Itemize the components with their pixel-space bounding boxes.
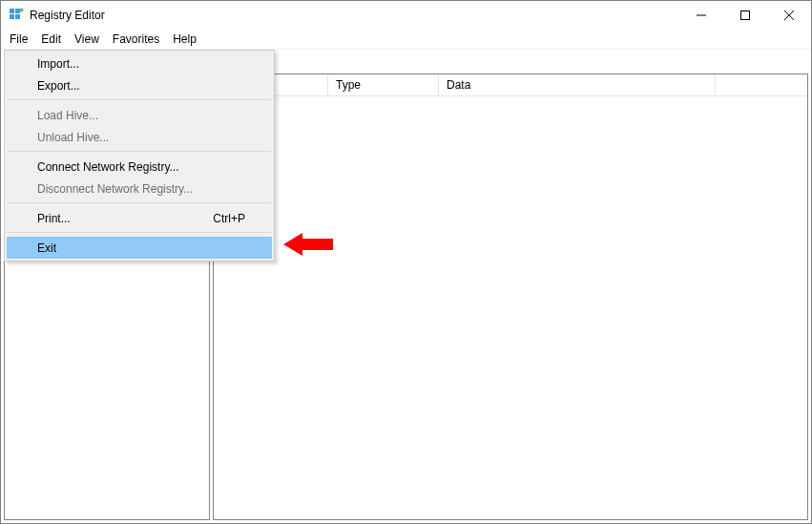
file-menu-connect-network-registry[interactable]: Connect Network Registry... — [7, 156, 272, 178]
svg-rect-3 — [15, 14, 20, 19]
file-menu-exit[interactable]: Exit — [7, 237, 272, 259]
file-menu-export[interactable]: Export... — [7, 74, 272, 96]
menu-item-label: Connect Network Registry... — [37, 160, 179, 174]
svg-rect-0 — [10, 9, 14, 13]
menubar: File Edit View Favorites Help — [1, 30, 811, 49]
menu-separator — [8, 202, 271, 203]
svg-line-8 — [784, 10, 794, 20]
column-header-type[interactable]: Type — [328, 74, 439, 95]
svg-rect-1 — [15, 9, 20, 13]
menu-help[interactable]: Help — [166, 31, 203, 47]
registry-list-pane[interactable]: Name Type Data — [213, 73, 808, 520]
menu-item-label: Export... — [37, 79, 80, 93]
menu-view[interactable]: View — [68, 31, 106, 47]
minimize-button[interactable] — [679, 1, 723, 30]
file-menu-load-hive: Load Hive... — [7, 104, 272, 126]
window-title: Registry Editor — [30, 9, 679, 22]
svg-point-4 — [20, 9, 24, 12]
menu-separator — [8, 99, 271, 100]
menu-item-label: Disconnect Network Registry... — [37, 182, 193, 196]
menu-item-label: Import... — [37, 57, 79, 71]
list-column-headers: Name Type Data — [214, 74, 807, 96]
file-menu-unload-hive: Unload Hive... — [7, 126, 272, 148]
menu-item-label: Exit — [37, 241, 56, 255]
file-menu-dropdown: Import... Export... Load Hive... Unload … — [4, 50, 275, 262]
app-icon — [9, 8, 24, 23]
menu-item-shortcut: Ctrl+P — [213, 212, 245, 225]
file-menu-disconnect-network-registry: Disconnect Network Registry... — [7, 178, 272, 199]
menu-separator — [8, 151, 271, 152]
menu-edit[interactable]: Edit — [34, 31, 68, 47]
column-header-data[interactable]: Data — [439, 74, 716, 95]
menu-item-label: Unload Hive... — [37, 131, 109, 144]
svg-rect-2 — [10, 14, 14, 19]
menu-file[interactable]: File — [3, 31, 34, 47]
svg-line-7 — [784, 10, 794, 20]
maximize-button[interactable] — [723, 1, 767, 30]
close-button[interactable] — [767, 1, 811, 30]
window-controls — [679, 1, 811, 30]
titlebar: Registry Editor — [1, 1, 811, 30]
menu-item-label: Load Hive... — [37, 109, 98, 122]
file-menu-import[interactable]: Import... — [7, 52, 272, 74]
menu-favorites[interactable]: Favorites — [106, 31, 166, 47]
registry-editor-window: Registry Editor File Edit View Favorites… — [0, 0, 812, 524]
menu-item-label: Print... — [37, 212, 71, 225]
menu-separator — [8, 232, 271, 233]
svg-rect-6 — [741, 11, 750, 20]
file-menu-print[interactable]: Print... Ctrl+P — [7, 207, 272, 229]
